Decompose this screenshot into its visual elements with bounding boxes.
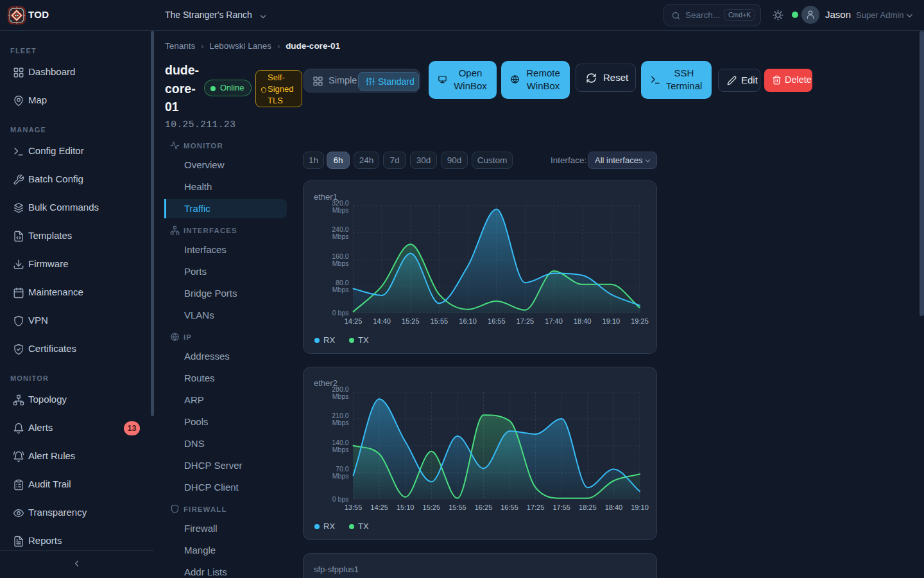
svg-text:15:10: 15:10 <box>397 504 415 511</box>
svg-text:18:25: 18:25 <box>579 504 597 511</box>
svg-text:0 bps: 0 bps <box>332 309 349 317</box>
svg-text:16:55: 16:55 <box>501 504 518 511</box>
svg-text:15:25: 15:25 <box>402 317 420 325</box>
svg-text:13:55: 13:55 <box>345 504 363 511</box>
svg-text:Mbps: Mbps <box>332 259 349 267</box>
svg-text:17:55: 17:55 <box>552 504 570 511</box>
svg-text:Mbps: Mbps <box>332 206 349 214</box>
svg-text:15:55: 15:55 <box>431 317 449 325</box>
svg-text:16:10: 16:10 <box>459 317 477 325</box>
svg-text:14:40: 14:40 <box>373 317 391 325</box>
svg-text:18:40: 18:40 <box>605 504 623 511</box>
svg-text:Mbps: Mbps <box>332 472 349 480</box>
svg-text:17:40: 17:40 <box>545 317 563 325</box>
svg-text:14:25: 14:25 <box>370 504 388 511</box>
svg-text:Mbps: Mbps <box>332 232 349 240</box>
svg-text:19:10: 19:10 <box>603 317 620 325</box>
svg-text:17:25: 17:25 <box>517 317 535 325</box>
svg-text:16:25: 16:25 <box>475 504 493 511</box>
svg-text:19:25: 19:25 <box>631 317 649 325</box>
svg-text:Mbps: Mbps <box>332 286 349 293</box>
svg-text:15:25: 15:25 <box>423 504 441 511</box>
svg-text:Mbps: Mbps <box>332 446 349 453</box>
svg-text:14:25: 14:25 <box>345 317 363 325</box>
svg-text:19:10: 19:10 <box>631 504 649 511</box>
svg-text:Mbps: Mbps <box>332 419 349 426</box>
svg-text:18:40: 18:40 <box>574 317 592 325</box>
svg-text:17:25: 17:25 <box>527 504 545 511</box>
svg-text:15:55: 15:55 <box>449 504 466 511</box>
svg-text:0 bps: 0 bps <box>332 495 349 503</box>
svg-text:16:55: 16:55 <box>488 317 506 325</box>
svg-text:Mbps: Mbps <box>332 392 349 400</box>
